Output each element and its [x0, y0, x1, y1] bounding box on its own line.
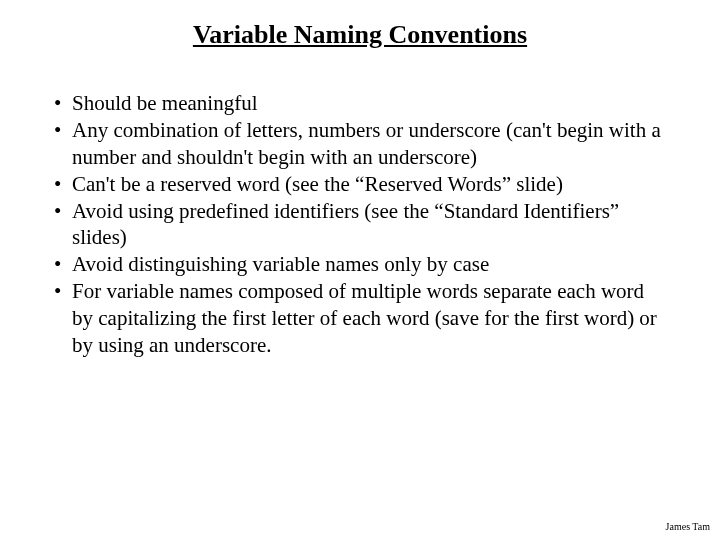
list-item: Any combination of letters, numbers or u… [50, 117, 670, 171]
bullet-list: Should be meaningful Any combination of … [50, 90, 670, 359]
list-item: For variable names composed of multiple … [50, 278, 670, 359]
list-item: Avoid using predefined identifiers (see … [50, 198, 670, 252]
list-item: Can't be a reserved word (see the “Reser… [50, 171, 670, 198]
footer-author: James Tam [666, 521, 710, 532]
list-item: Should be meaningful [50, 90, 670, 117]
slide-title: Variable Naming Conventions [0, 20, 720, 50]
list-item: Avoid distinguishing variable names only… [50, 251, 670, 278]
slide-content: Should be meaningful Any combination of … [0, 90, 720, 359]
